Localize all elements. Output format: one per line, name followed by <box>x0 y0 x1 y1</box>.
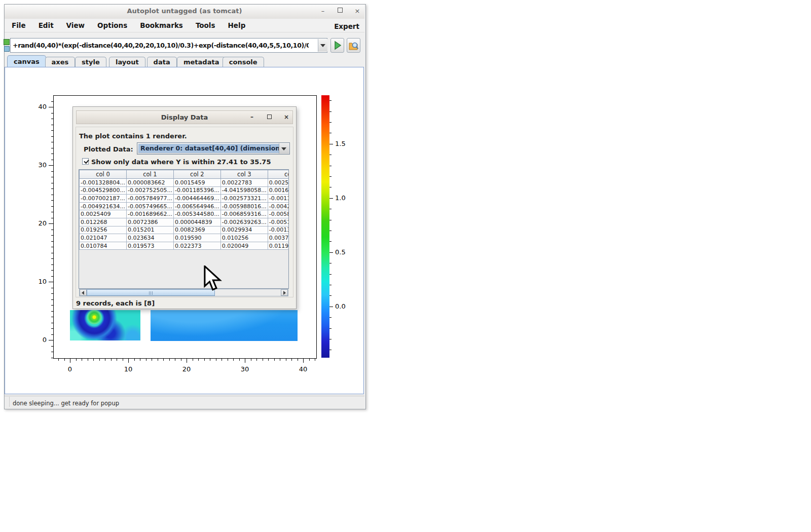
table-row[interactable]: -0.004921634...-0.005749665...-0.0065649… <box>80 202 289 210</box>
table-cell: 0.0037721 <box>268 234 289 242</box>
column-header[interactable]: col 0 <box>80 170 127 179</box>
y-tick <box>51 188 53 189</box>
y-tick-label: 20 <box>30 219 47 227</box>
plotted-data-combobox[interactable]: Renderer 0: dataset[40,40] (dimension... <box>137 142 290 155</box>
y-tick <box>51 206 53 207</box>
colorbar-tick-label: 1.0 <box>335 194 351 202</box>
table-cell: 0.0016608 <box>268 186 289 195</box>
x-tick <box>105 359 105 361</box>
window-minimize-icon[interactable]: – <box>318 7 327 16</box>
table-cell: 0.022373 <box>173 242 220 250</box>
maximize-box-icon <box>338 8 343 13</box>
y-tick <box>49 223 53 224</box>
arrow-right-icon <box>283 291 286 295</box>
column-header[interactable]: col 2 <box>173 170 220 179</box>
tab-metadata[interactable]: metadata <box>177 57 226 67</box>
table-cell: 0.020049 <box>220 242 268 250</box>
tab-style[interactable]: style <box>75 57 106 67</box>
y-tick <box>51 288 53 288</box>
x-tick <box>82 359 82 361</box>
table-cell: -0.007002187... <box>80 195 127 203</box>
maximize-box-icon <box>267 115 272 119</box>
desktop: Autoplot untagged (as tomcat) – × FileEd… <box>0 0 811 532</box>
dialog-maximize-icon[interactable] <box>265 113 273 121</box>
tab-console[interactable]: console <box>223 57 264 67</box>
go-button[interactable] <box>330 38 344 53</box>
dialog-title: Display Data <box>76 113 293 121</box>
x-tick-label: 40 <box>296 365 311 373</box>
table-row[interactable]: 0.0025409-0.001689662...-0.005344580...-… <box>80 210 289 218</box>
filter-checkbox[interactable] <box>82 158 89 165</box>
window-maximize-icon[interactable] <box>336 7 345 16</box>
table-cell: -0.005988016... <box>220 202 268 210</box>
y-tick <box>51 183 53 183</box>
column-header[interactable]: col 4 <box>268 170 289 179</box>
x-tick <box>193 359 193 361</box>
y-tick <box>51 136 53 137</box>
table-cell: 0.010256 <box>220 234 268 242</box>
y-tick <box>51 177 53 177</box>
x-tick <box>111 359 112 361</box>
scrollbar-thumb[interactable] <box>87 289 215 296</box>
expert-mode-toggle[interactable]: Expert <box>5 22 359 30</box>
y-tick <box>51 247 53 247</box>
inspect-uri-button[interactable] <box>347 38 360 53</box>
dialog-minimize-icon[interactable]: – <box>248 113 256 121</box>
window-close-icon[interactable]: × <box>353 7 362 16</box>
colorbar-tick-label: 1.5 <box>335 140 351 147</box>
tab-canvas[interactable]: canvas <box>7 55 46 67</box>
uri-dropdown-button[interactable] <box>318 39 327 52</box>
table-row[interactable]: 0.0192560.0152010.00823690.0029934-0.001… <box>80 226 289 234</box>
table-cell: 0.011997 <box>268 242 289 250</box>
x-tick <box>181 359 181 361</box>
x-tick <box>99 359 100 361</box>
y-tick <box>51 200 53 201</box>
tab-data[interactable]: data <box>147 57 177 67</box>
table-row[interactable]: 0.0210470.0236340.0195900.0102560.003772… <box>80 234 289 242</box>
y-tick <box>51 148 53 148</box>
y-tick <box>51 305 53 306</box>
colorbar-tick <box>329 220 331 220</box>
x-tick <box>263 359 263 361</box>
y-tick-label: 40 <box>30 103 47 110</box>
tab-layout[interactable]: layout <box>109 57 145 67</box>
grip-icon <box>149 291 153 295</box>
y-tick <box>51 258 53 259</box>
y-tick <box>51 212 53 212</box>
scroll-right-button[interactable] <box>281 289 288 296</box>
table-row[interactable]: -0.004529800...-0.002752505...-0.0011853… <box>80 186 289 195</box>
x-tick <box>298 359 298 361</box>
colorbar-tick <box>329 307 333 307</box>
x-tick <box>291 359 292 361</box>
y-tick <box>51 218 53 218</box>
horizontal-scrollbar[interactable] <box>79 289 288 296</box>
plot-indicator-green-icon <box>4 39 10 45</box>
uri-combobox <box>10 38 327 53</box>
x-tick <box>163 359 164 361</box>
y-tick <box>51 119 53 119</box>
table-row[interactable]: 0.0122680.00723860.000044839-0.002639263… <box>80 218 289 226</box>
dialog-close-icon[interactable]: × <box>282 113 290 121</box>
colorbar-tick <box>329 252 333 253</box>
table-cell: 0.015201 <box>126 226 173 234</box>
table-row[interactable]: -0.007002187...-0.005784977...-0.0044644… <box>80 195 289 203</box>
y-tick <box>49 165 53 166</box>
scroll-left-button[interactable] <box>80 289 87 296</box>
combobox-dropdown-button[interactable] <box>279 143 289 154</box>
table-row[interactable]: -0.001328804...0.0000836620.00154590.002… <box>80 179 289 187</box>
uri-input[interactable] <box>12 39 310 52</box>
records-summary: 9 records, each is [8] <box>76 299 155 307</box>
y-tick <box>51 171 53 172</box>
x-tick <box>222 359 222 361</box>
data-table-viewport[interactable]: col 0col 1col 2col 3col 4 -0.001328804..… <box>79 169 289 289</box>
table-cell: -0.002752505... <box>126 186 173 195</box>
table-row[interactable]: 0.0107840.0195730.0223730.0200490.011997… <box>80 242 289 250</box>
column-header[interactable]: col 1 <box>126 170 173 179</box>
column-header[interactable]: col 3 <box>220 170 268 179</box>
table-cell: 0.0029934 <box>220 226 268 234</box>
x-tick <box>128 359 129 363</box>
colorbar-tick <box>329 241 331 242</box>
colorbar-tick <box>329 144 333 144</box>
x-tick <box>309 359 310 361</box>
tab-axes[interactable]: axes <box>45 57 76 67</box>
